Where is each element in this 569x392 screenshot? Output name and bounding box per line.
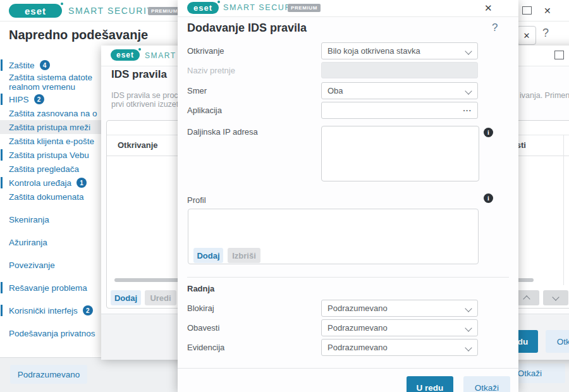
cancel-button[interactable]: Otkaži <box>463 376 510 392</box>
chevron-up-icon <box>523 295 530 302</box>
dialog-title: IDS pravila <box>111 68 167 81</box>
sidebar-item-label: Ažuriranja <box>9 238 47 247</box>
clear-search-button[interactable]: ✕ <box>517 26 536 45</box>
count-badge: 4 <box>40 60 50 70</box>
sidebar-item[interactable]: Korisnički interfejs 2 <box>0 303 101 317</box>
active-indicator-bar <box>1 282 3 293</box>
add-ids-rule-dialog: eset SMART SECURITY PREMIUM ✕ Dodavanje … <box>178 0 518 392</box>
sidebar-item-label: HIPS <box>9 95 29 104</box>
active-indicator-bar <box>1 149 3 161</box>
sidebar-item-label: Zaštita pregledača <box>9 164 79 174</box>
sidebar-item-label: Zaštita klijenta e-pošte <box>9 137 94 146</box>
column-separator <box>563 135 564 285</box>
chevron-down-icon <box>465 87 472 94</box>
sidebar-item[interactable]: Povezivanje <box>0 258 101 272</box>
maximize-icon[interactable] <box>554 51 564 59</box>
cancel-button[interactable]: Otkaži <box>546 330 569 353</box>
application-input[interactable]: ... <box>321 102 478 119</box>
notify-select[interactable]: Podrazumevano <box>321 319 478 336</box>
sidebar-item[interactable]: Zaštite 4 <box>0 58 101 72</box>
footer-divider <box>178 368 518 369</box>
sidebar: Zaštite 4 Zaštita sistema datoterealnom … <box>0 58 101 355</box>
ok-button[interactable]: U redu <box>407 376 453 392</box>
page-title: Napredno podešavanje <box>9 28 148 42</box>
edit-rule-button[interactable]: Uredi <box>145 290 176 305</box>
active-indicator-bar <box>1 177 3 188</box>
sidebar-item-label: Kontrola uređaja <box>9 178 71 188</box>
sidebar-item[interactable]: Zaštita pregledača <box>0 162 101 176</box>
direction-select[interactable]: Oba <box>321 82 478 99</box>
eset-logo: eset <box>9 4 62 18</box>
close-icon[interactable]: ✕ <box>484 3 493 13</box>
sidebar-item-label: Zaštita pristupa Vebu <box>9 150 89 160</box>
add-rule-button[interactable]: Dodaj <box>111 290 141 305</box>
sidebar-item-label: Rešavanje problema <box>9 283 87 293</box>
count-badge: 2 <box>34 94 44 104</box>
sidebar-item[interactable]: Podešavanja privatnos <box>0 326 101 340</box>
log-value: Podrazumevano <box>327 343 388 352</box>
profile-list-box[interactable]: Dodaj Izbriši <box>188 209 479 264</box>
threat-name-input <box>321 62 478 78</box>
sidebar-item-label: Skeniranja <box>9 215 49 224</box>
active-indicator-bar <box>1 305 3 316</box>
eset-logo: eset <box>111 49 140 61</box>
close-icon[interactable]: ✕ <box>544 6 551 15</box>
sidebar-item[interactable]: Rešavanje problema <box>0 281 101 295</box>
chevron-down-icon <box>465 47 472 54</box>
remote-ip-textarea[interactable] <box>321 126 479 181</box>
sidebar-item[interactable]: Zaštita zasnovana na o <box>0 106 101 120</box>
sidebar-item-label: Zaštita dokumenata <box>9 192 84 202</box>
premium-badge: PREMIUM <box>288 4 321 12</box>
info-icon[interactable]: i <box>484 193 493 203</box>
active-indicator-bar <box>1 94 3 105</box>
count-badge: 2 <box>83 305 93 315</box>
sidebar-item-label: Zaštita sistema datoterealnom vremenu <box>9 73 92 92</box>
sidebar-item[interactable]: Skeniranja <box>0 212 101 226</box>
sidebar-item[interactable]: Kontrola uređaja 1 <box>0 176 101 190</box>
block-value: Podrazumevano <box>327 303 388 313</box>
sidebar-item[interactable]: Zaštita sistema datoterealnom vremenu <box>0 72 101 92</box>
chevron-down-icon <box>465 305 472 312</box>
sidebar-item[interactable]: HIPS 2 <box>0 92 101 106</box>
section-divider <box>187 277 509 278</box>
sidebar-item-label: Podešavanja privatnos <box>9 329 95 338</box>
info-icon[interactable]: i <box>484 128 493 137</box>
sidebar-item-label: Korisnički interfejs <box>9 306 78 315</box>
sidebar-item[interactable]: Zaštita pristupa Vebu <box>0 148 101 162</box>
chevron-down-icon <box>552 293 559 300</box>
direction-label: Smer <box>187 86 207 95</box>
sidebar-item[interactable]: Zaštita pristupa mreži <box>0 120 101 134</box>
eset-logo: eset <box>187 2 219 14</box>
move-down-button[interactable] <box>543 290 568 305</box>
chevron-down-icon <box>465 344 472 351</box>
threat-name-label: Naziv pretnje <box>187 66 235 75</box>
detection-value: Bilo koja otkrivena stavka <box>327 46 420 56</box>
sidebar-item[interactable]: Ažuriranja <box>0 235 101 249</box>
sidebar-item[interactable]: Zaštita klijenta e-pošte <box>0 134 101 148</box>
count-badge: 1 <box>76 178 87 188</box>
help-icon[interactable]: ? <box>542 27 549 40</box>
detection-label: Otkrivanje <box>187 46 224 56</box>
sidebar-item[interactable]: Zaštita dokumenata <box>0 190 101 204</box>
log-select[interactable]: Podrazumevano <box>321 339 478 356</box>
action-section-heading: Radnja <box>187 284 214 293</box>
sidebar-item-label: Zaštita zasnovana na o <box>9 109 97 118</box>
remote-ip-label: Daljinska IP adresa <box>187 127 258 137</box>
notify-label: Obavesti <box>187 323 219 333</box>
sidebar-item-label: Zaštite <box>9 61 35 70</box>
column-header-detection[interactable]: Otkrivanje <box>118 140 158 150</box>
premium-badge: PREMIUM <box>148 7 181 15</box>
detection-select[interactable]: Bilo koja otkrivena stavka <box>321 42 478 59</box>
profile-add-button[interactable]: Dodaj <box>193 248 223 263</box>
sidebar-item-label: Zaštita pristupa mreži <box>9 123 90 132</box>
maximize-icon[interactable] <box>522 6 532 15</box>
browse-ellipsis-button[interactable]: ... <box>463 104 472 113</box>
block-select[interactable]: Podrazumevano <box>321 300 478 317</box>
help-icon[interactable]: ? <box>492 21 498 34</box>
description-line2: prvi otkriveni izuzetak <box>111 100 187 109</box>
dialog-title: Dodavanje IDS pravila <box>187 21 307 35</box>
profile-label: Profil <box>187 195 206 205</box>
default-button[interactable]: Podrazumevano <box>10 365 87 384</box>
profile-delete-button[interactable]: Izbriši <box>228 248 260 263</box>
log-label: Evidencija <box>187 343 224 352</box>
